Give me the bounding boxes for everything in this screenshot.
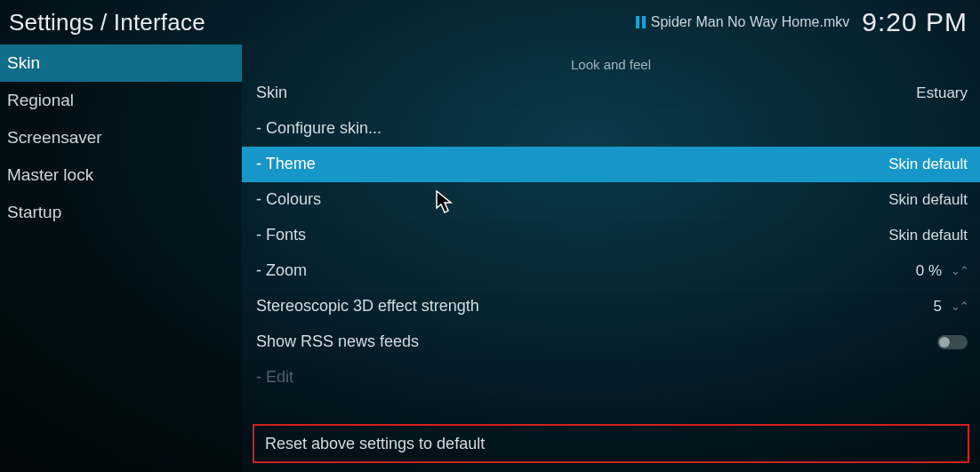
now-playing[interactable]: Spider Man No Way Home.mkv: [636, 14, 849, 30]
setting-value-text: 0 %: [916, 262, 942, 280]
toggle-switch[interactable]: [937, 335, 968, 349]
now-playing-title: Spider Man No Way Home.mkv: [651, 14, 849, 30]
setting-row-configure-skin[interactable]: - Configure skin...: [242, 111, 980, 147]
setting-label: Show RSS news feeds: [256, 332, 419, 351]
main-panel: Look and feel Skin Estuary - Configure s…: [242, 44, 980, 472]
setting-label: - Edit: [256, 368, 293, 387]
reset-label: Reset above settings to default: [265, 435, 485, 453]
spinner-control[interactable]: ⌄⌃: [951, 303, 968, 310]
chevron-down-icon: ⌄: [951, 268, 959, 275]
sidebar-item-regional[interactable]: Regional: [0, 82, 242, 119]
setting-row-rss[interactable]: Show RSS news feeds: [242, 324, 980, 360]
sidebar-item-label: Screensaver: [7, 128, 102, 148]
sidebar-item-label: Regional: [7, 91, 74, 110]
setting-value: 5 ⌄⌃: [934, 298, 968, 316]
setting-value: Skin default: [888, 227, 968, 244]
sidebar-item-screensaver[interactable]: Screensaver: [0, 119, 242, 156]
sidebar: Skin Regional Screensaver Master lock St…: [0, 44, 242, 472]
header: Settings / Interface Spider Man No Way H…: [0, 0, 980, 44]
sidebar-item-skin[interactable]: Skin: [0, 44, 242, 82]
chevron-down-icon: ⌄: [951, 303, 959, 310]
settings-list: Skin Estuary - Configure skin... - Theme…: [242, 76, 980, 406]
setting-value: Estuary: [916, 84, 968, 102]
sidebar-item-label: Startup: [7, 203, 61, 222]
setting-value-text: 5: [934, 298, 942, 316]
chevron-up-icon: ⌃: [960, 303, 968, 310]
setting-label: Stereoscopic 3D effect strength: [256, 297, 479, 316]
setting-row-edit: - Edit: [242, 360, 980, 396]
spinner-control[interactable]: ⌄⌃: [951, 268, 968, 275]
setting-label: - Colours: [256, 190, 321, 209]
sidebar-item-master-lock[interactable]: Master lock: [0, 156, 242, 194]
breadcrumb: Settings / Interface: [9, 9, 205, 36]
setting-row-zoom[interactable]: - Zoom 0 % ⌄⌃: [242, 253, 980, 289]
setting-row-skin[interactable]: Skin Estuary: [242, 76, 980, 111]
pause-icon: [636, 16, 646, 28]
sidebar-item-label: Master lock: [7, 165, 93, 185]
setting-row-stereoscopic[interactable]: Stereoscopic 3D effect strength 5 ⌄⌃: [242, 289, 980, 324]
setting-label: - Configure skin...: [256, 119, 382, 138]
sidebar-item-label: Skin: [7, 53, 40, 73]
reset-button[interactable]: Reset above settings to default: [253, 424, 969, 463]
setting-value: 0 % ⌄⌃: [916, 262, 968, 280]
setting-row-colours[interactable]: - Colours Skin default: [242, 182, 980, 218]
clock: 9:20 PM: [862, 7, 968, 37]
setting-label: - Zoom: [256, 261, 307, 280]
body: Skin Regional Screensaver Master lock St…: [0, 44, 980, 472]
setting-value: [937, 335, 968, 349]
setting-label: - Theme: [256, 155, 316, 173]
header-right: Spider Man No Way Home.mkv 9:20 PM: [636, 7, 968, 37]
section-title: Look and feel: [242, 44, 980, 76]
setting-row-fonts[interactable]: - Fonts Skin default: [242, 218, 980, 253]
setting-value: Skin default: [888, 191, 968, 209]
setting-label: Skin: [256, 84, 287, 102]
chevron-up-icon: ⌃: [960, 268, 968, 275]
setting-value: Skin default: [888, 156, 968, 173]
sidebar-item-startup[interactable]: Startup: [0, 194, 242, 231]
setting-row-theme[interactable]: - Theme Skin default: [242, 147, 980, 182]
app-root: Settings / Interface Spider Man No Way H…: [0, 0, 980, 472]
setting-label: - Fonts: [256, 226, 306, 244]
